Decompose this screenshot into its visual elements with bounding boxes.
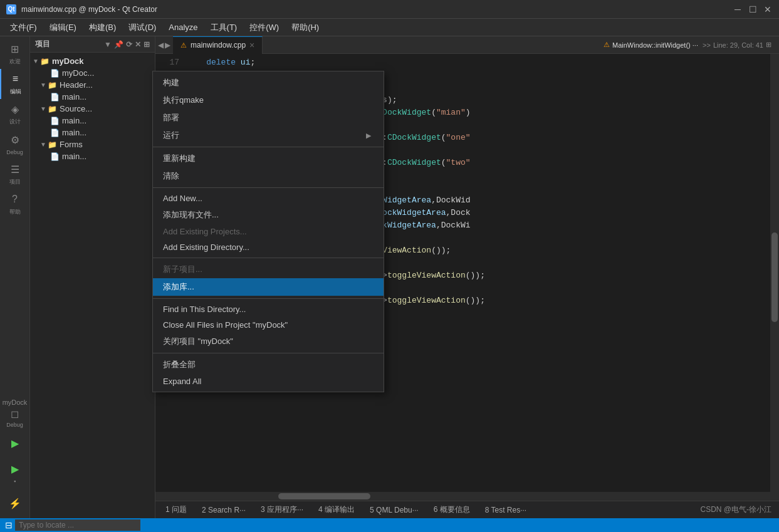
- folder-forms-icon: 📁: [48, 140, 57, 149]
- tree-item-main-cpp1[interactable]: 📄 main...: [30, 115, 155, 127]
- bottom-tab-compile[interactable]: 4 编译输出: [311, 503, 362, 516]
- tree-item-main-cpp2[interactable]: 📄 main...: [30, 127, 155, 138]
- breadcrumb-plus-icon[interactable]: ⊞: [766, 41, 771, 49]
- breadcrumb-position: Line: 29, Col: 41: [713, 41, 763, 49]
- bottom-tab-qml[interactable]: 5 QML Debu···: [362, 504, 426, 516]
- ctx-qmake-label: 执行qmake: [163, 95, 204, 106]
- activity-debug[interactable]: ⚙ Debug: [0, 129, 30, 159]
- menu-file[interactable]: 文件(F): [5, 21, 42, 34]
- activity-run2[interactable]: ▶ ▪: [0, 458, 30, 488]
- bottom-tab-test[interactable]: 8 Test Res···: [478, 504, 534, 516]
- warning-icon: ⚠: [180, 41, 187, 50]
- tree-arrow-forms: ▼: [40, 141, 48, 148]
- menu-edit[interactable]: 编辑(E): [44, 21, 81, 34]
- ctx-deploy[interactable]: 部署: [153, 109, 384, 127]
- activity-mydock[interactable]: myDock ◻ Debug: [0, 398, 30, 428]
- ctx-close-project-label: 关闭项目 "myDock": [163, 336, 233, 347]
- tree-item-forms[interactable]: ▼ 📁 Forms: [30, 138, 155, 150]
- bottom-tab-app[interactable]: 3 应用程序···: [253, 503, 311, 516]
- bottom-tab-search[interactable]: 2 Search R···: [194, 504, 253, 516]
- ctx-add-existing-file[interactable]: 添加现有文件...: [153, 206, 384, 224]
- ctx-collapse-all[interactable]: 折叠全部: [153, 356, 384, 373]
- tree-item-mydock[interactable]: ▼ 📁 myDock: [30, 55, 155, 67]
- activity-welcome[interactable]: ⊞ 欢迎: [0, 39, 30, 69]
- ctx-add-library-label: 添加库...: [163, 281, 194, 293]
- ctx-add-existing-dir[interactable]: Add Existing Directory...: [153, 239, 384, 255]
- ctx-add-new[interactable]: Add New...: [153, 190, 384, 206]
- mydock-icon: myDock: [8, 398, 22, 406]
- panel-close-icon[interactable]: ✕: [135, 40, 141, 49]
- workspace: ⊞ 欢迎 ≡ 编辑 ◈ 设计 ⚙ Debug ☰ 项目 ? 帮助: [0, 36, 779, 518]
- panel-filter-icon[interactable]: ▼: [104, 40, 112, 49]
- activity-projects[interactable]: ☰ 项目: [0, 159, 30, 189]
- activity-debug-label: Debug: [6, 149, 23, 155]
- scrollbar-track[interactable]: [770, 54, 779, 501]
- ctx-close-project[interactable]: 关闭项目 "myDock": [153, 333, 384, 350]
- ctx-rebuild-label: 重新构建: [163, 153, 196, 164]
- panel-sync-icon[interactable]: ⟳: [126, 40, 132, 49]
- folder-icon: 📁: [40, 57, 50, 66]
- ctx-qmake[interactable]: 执行qmake: [153, 91, 384, 109]
- hscrollbar-track[interactable]: [155, 492, 770, 501]
- tree-arrow: ▼: [33, 58, 40, 65]
- close-button[interactable]: ✕: [763, 4, 773, 14]
- tab-mainwindow-cpp[interactable]: ⚠ mainwindow.cpp ×: [173, 36, 263, 54]
- menu-widgets[interactable]: 控件(W): [244, 21, 284, 34]
- ctx-rebuild[interactable]: 重新构建: [153, 150, 384, 167]
- ctx-find-in-dir[interactable]: Find in This Directory...: [153, 301, 384, 317]
- nav-fwd-icon[interactable]: ▶: [165, 41, 170, 50]
- ctx-sep2: [153, 187, 384, 188]
- menu-build[interactable]: 构建(B): [84, 21, 121, 34]
- activity-design[interactable]: ◈ 设计: [0, 99, 30, 129]
- side-panel: 项目 ▼ 📌 ⟳ ✕ ⊞ ▼ 📁 myDock: [30, 36, 155, 518]
- ctx-close-all[interactable]: Close All Files in Project "myDock": [153, 317, 384, 333]
- ctx-build[interactable]: 构建: [153, 74, 384, 91]
- tree-arrow-sources: ▼: [40, 105, 48, 112]
- window-title: mainwindow.cpp @ myDock - Qt Creator: [21, 5, 733, 14]
- menu-analyze[interactable]: Analyze: [164, 21, 202, 33]
- tree-label-main-h: main...: [62, 92, 86, 102]
- locate-input[interactable]: [15, 519, 140, 531]
- menu-tools[interactable]: 工具(T): [206, 21, 243, 34]
- run-icon: ▶: [8, 436, 22, 450]
- tree-item-main-h[interactable]: 📄 main...: [30, 91, 155, 103]
- ctx-run-label: 运行: [163, 130, 179, 141]
- ctx-add-existing-file-label: 添加现有文件...: [163, 209, 219, 221]
- ctx-add-existing-proj: Add Existing Projects...: [153, 224, 384, 239]
- tree-label-main-cpp1: main...: [62, 116, 86, 125]
- tab-close-icon[interactable]: ×: [249, 40, 254, 50]
- tree-item-mydoc[interactable]: 📄 myDoc...: [30, 67, 155, 79]
- activity-edit[interactable]: ≡ 编辑: [0, 69, 30, 99]
- tree-label-mydock: myDock: [52, 56, 84, 66]
- tree-item-headers[interactable]: ▼ 📁 Header...: [30, 79, 155, 91]
- bottom-tab-problems[interactable]: 1 问题: [158, 503, 194, 516]
- code-line-17: 17 delete ui;: [155, 56, 779, 69]
- bottom-tab-overview[interactable]: 6 概要信息: [426, 503, 478, 516]
- tree-item-sources[interactable]: ▼ 📁 Source...: [30, 103, 155, 115]
- activity-help[interactable]: ? 帮助: [0, 189, 30, 219]
- ctx-collapse-all-label: 折叠全部: [163, 359, 196, 370]
- activity-help-label: 帮助: [9, 208, 21, 216]
- panel-expand-icon[interactable]: ⊞: [144, 40, 150, 49]
- ctx-expand-all-label: Expand All: [163, 377, 201, 386]
- minimize-button[interactable]: ─: [733, 4, 743, 14]
- ctx-sep3: [153, 258, 384, 258]
- hscrollbar-thumb[interactable]: [278, 493, 370, 499]
- activity-bar: ⊞ 欢迎 ≡ 编辑 ◈ 设计 ⚙ Debug ☰ 项目 ? 帮助: [0, 36, 30, 518]
- edit-icon: ≡: [9, 72, 23, 86]
- maximize-button[interactable]: ☐: [748, 4, 758, 14]
- ctx-add-existing-proj-label: Add Existing Projects...: [163, 227, 247, 236]
- ctx-clean[interactable]: 清除: [153, 167, 384, 185]
- menu-help[interactable]: 帮助(H): [286, 21, 324, 34]
- panel-pin-icon[interactable]: 📌: [114, 40, 123, 49]
- tree-item-main-ui[interactable]: 📄 main...: [30, 150, 155, 162]
- ctx-expand-all[interactable]: Expand All: [153, 373, 384, 389]
- activity-stop[interactable]: ⚡: [0, 488, 30, 518]
- ctx-add-library[interactable]: 添加库...: [153, 278, 384, 296]
- scrollbar-thumb[interactable]: [771, 232, 778, 322]
- nav-back-icon[interactable]: ◀: [158, 41, 164, 50]
- menu-debug[interactable]: 调试(D): [123, 21, 161, 34]
- ctx-run[interactable]: 运行 ▶: [153, 127, 384, 144]
- activity-run[interactable]: ▶: [0, 428, 30, 458]
- ctx-sep4: [153, 298, 384, 299]
